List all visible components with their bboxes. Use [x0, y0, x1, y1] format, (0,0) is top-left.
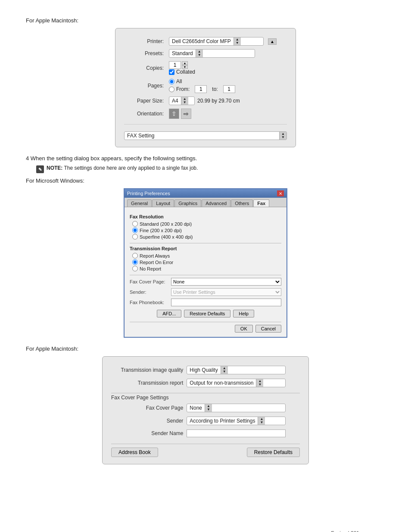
fax-setting-select-arrow[interactable]: ▲▼ [279, 132, 286, 140]
fax-cover-page-arrow[interactable]: ▲▼ [205, 404, 212, 412]
sender-select-mac-arrow[interactable]: ▲▼ [258, 417, 265, 425]
fax-phonebook-label: Fax Phonebook: [130, 300, 168, 305]
ok-btn[interactable]: OK [235, 325, 253, 333]
pages-from-label-text: From: [176, 86, 190, 92]
orientation-portrait-btn[interactable]: ⇧ [169, 109, 179, 119]
orientation-landscape-btn[interactable]: ⇨ [181, 109, 191, 119]
papersize-select-arrow[interactable]: ▲▼ [181, 97, 188, 105]
pages-to-input[interactable] [223, 85, 235, 93]
presets-label: Presets: [124, 47, 167, 59]
presets-select-arrow[interactable]: ▲▼ [196, 50, 203, 57]
step4-text: 4 When the setting dialog box appears, s… [26, 155, 197, 162]
restore-defaults-mac-btn[interactable]: Restore Defaults [247, 448, 300, 457]
tab-advanced[interactable]: Advanced [202, 199, 230, 207]
fax-setting-select[interactable]: FAX Setting ▲▼ [124, 131, 287, 140]
tab-fax[interactable]: Fax [253, 199, 269, 207]
help-btn[interactable]: Help [233, 310, 254, 317]
copies-decrement-btn[interactable]: ▼ [182, 65, 188, 69]
radio-no-report-label[interactable]: No Report [132, 266, 281, 271]
tab-general[interactable]: General [127, 199, 152, 207]
presets-select[interactable]: Standard ▲▼ [169, 49, 255, 58]
fax-cover-page-row: Fax Cover Page: None [130, 278, 281, 286]
papersize-select[interactable]: A4 ▲▼ [169, 96, 195, 105]
printer-expand-btn[interactable]: ▲ [268, 38, 277, 45]
pages-from-input[interactable] [195, 85, 207, 93]
sender-label: Sender: [130, 289, 168, 295]
radio-standard[interactable] [132, 221, 138, 227]
note-label: NOTE: The settings done here are only ap… [47, 165, 198, 171]
presets-select-text: Standard [169, 50, 196, 57]
radio-fine[interactable] [132, 227, 138, 233]
transmission-report-select-text: Output for non-transmission [187, 380, 256, 386]
radio-standard-label[interactable]: Standard (200 x 200 dpi) [132, 221, 281, 227]
pages-all-radio[interactable] [169, 79, 174, 84]
collated-checkbox[interactable] [169, 69, 174, 75]
transmission-report-select[interactable]: Output for non-transmission ▲▼ [187, 379, 286, 387]
radio-report-on-error-text: Report On Error [140, 260, 173, 265]
afd-btn[interactable]: AFD... [157, 310, 181, 317]
copies-stepper[interactable]: 1 ▲ ▼ [169, 61, 188, 69]
win-close-btn[interactable]: ✕ [277, 190, 284, 196]
copies-increment-btn[interactable]: ▲ [182, 61, 188, 65]
tab-layout[interactable]: Layout [152, 199, 174, 207]
tab-graphics[interactable]: Graphics [174, 199, 201, 207]
sender-name-input[interactable] [187, 429, 286, 437]
radio-report-on-error-label[interactable]: Report On Error [132, 259, 281, 265]
radio-report-always[interactable] [132, 253, 138, 258]
sender-select[interactable]: Use Printer Settings [171, 288, 281, 296]
papersize-value-cell: A4 ▲▼ 20.99 by 29.70 cm [167, 95, 287, 107]
pages-from-radio[interactable] [169, 87, 174, 92]
sender-value-cell: According to Printer Settings ▲▼ [185, 414, 300, 427]
pages-all-radio-label[interactable]: All [169, 78, 182, 84]
for-apple-label-1: For Apple Macintosh: [26, 17, 385, 24]
fax-phonebook-input[interactable] [171, 299, 281, 306]
transmission-quality-arrow[interactable]: ▲▼ [221, 366, 228, 374]
radio-fine-text: Fine (200 x 200 dpi) [140, 228, 182, 233]
fax-setting-updown-icon: ▲▼ [281, 132, 285, 139]
cancel-btn[interactable]: Cancel [255, 325, 281, 333]
copies-input[interactable]: 1 [169, 61, 181, 69]
note-icon: ✎ [36, 165, 44, 173]
mac-print-dialog: Printer: Dell C2665dnf Color MFP ▲▼ ▲ Pr… [115, 28, 296, 147]
radio-superfine[interactable] [132, 234, 138, 240]
collated-checkbox-label[interactable]: Collated [169, 69, 285, 75]
transmission-report-radio-group: Report Always Report On Error No Report [132, 253, 281, 271]
transmission-quality-label: Transmission image quality [111, 364, 185, 376]
transmission-report-arrow[interactable]: ▲▼ [256, 379, 263, 387]
transmission-report-title: Transmission Report [130, 246, 281, 251]
printer-value-cell: Dell C2665dnf Color MFP ▲▼ ▲ [167, 35, 287, 47]
fax-cover-settings-label: Fax Cover Page Settings [111, 392, 168, 401]
transmission-report-label: Transmission report [111, 376, 185, 389]
radio-superfine-label[interactable]: Superfine (400 x 400 dpi) [132, 234, 281, 240]
win-tabs: General Layout Graphics Advanced Others … [125, 198, 286, 207]
tab-others[interactable]: Others [231, 199, 253, 207]
win-dialog-body: Fax Resolution Standard (200 x 200 dpi) … [125, 207, 286, 337]
radio-report-on-error[interactable] [132, 259, 138, 265]
fax-cover-page-label: Fax Cover Page: [130, 279, 168, 284]
win-ok-cancel-row: OK Cancel [130, 322, 281, 333]
copies-value-cell: 1 ▲ ▼ Collated [167, 59, 287, 77]
radio-no-report[interactable] [132, 266, 138, 271]
transmission-quality-select[interactable]: High Quality ▲▼ [187, 366, 286, 374]
radio-report-always-label[interactable]: Report Always [132, 253, 281, 258]
pages-to-label-text: to: [212, 86, 218, 92]
sender-select-mac-updown-icon: ▲▼ [260, 417, 263, 424]
pages-from-radio-label[interactable]: From: [169, 86, 190, 92]
transmission-report-value-cell: Output for non-transmission ▲▼ [185, 376, 300, 389]
fax-cover-page-select[interactable]: None [171, 278, 281, 286]
sender-select-mac[interactable]: According to Printer Settings ▲▼ [187, 417, 286, 425]
restore-defaults-btn[interactable]: Restore Defaults [184, 310, 230, 317]
radio-fine-label[interactable]: Fine (200 x 200 dpi) [132, 227, 281, 233]
printer-select[interactable]: Dell C2665dnf Color MFP ▲▼ [169, 37, 264, 46]
win-bottom-btns: AFD... Restore Defaults Help [130, 310, 281, 319]
fax-cover-page-select[interactable]: None ▲▼ [187, 404, 286, 412]
mac-fax-bottom-btns: Address Book Restore Defaults [111, 444, 300, 457]
presets-value-cell: Standard ▲▼ [167, 47, 287, 59]
page-footer: Faxing | 381 [331, 530, 359, 532]
address-book-btn[interactable]: Address Book [111, 448, 158, 457]
printer-select-arrow[interactable]: ▲▼ [234, 37, 241, 45]
for-windows-label: For Microsoft Windows: [26, 177, 385, 184]
copies-label: Copies: [124, 59, 167, 77]
transmission-quality-value-cell: High Quality ▲▼ [185, 364, 300, 376]
fax-cover-page-select-text: None [187, 404, 205, 411]
